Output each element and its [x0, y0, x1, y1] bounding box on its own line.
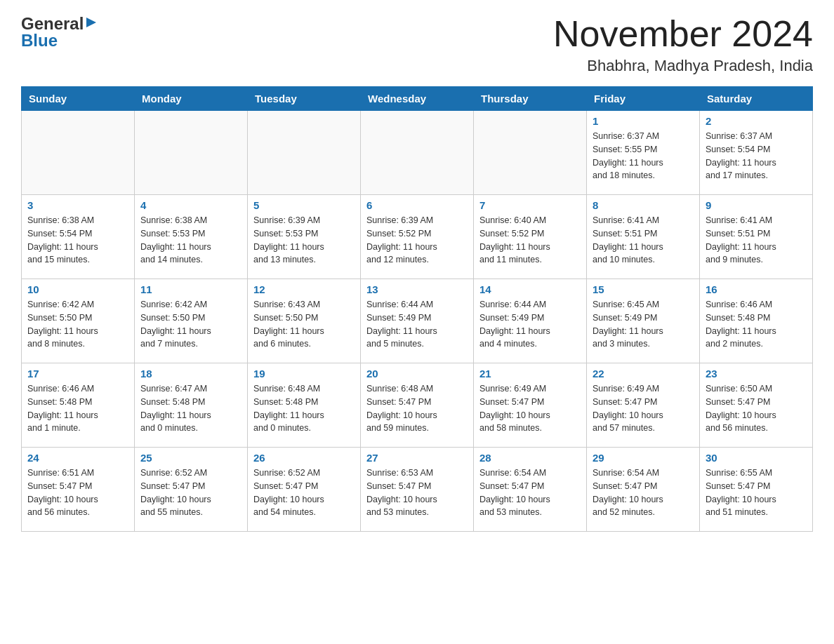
day-number: 9 — [706, 199, 807, 211]
column-header-saturday: Saturday — [700, 87, 813, 111]
logo: General Blue — [21, 14, 98, 51]
day-number: 27 — [366, 452, 468, 464]
location-title: Bhabhra, Madhya Pradesh, India — [553, 57, 813, 75]
calendar-cell — [22, 111, 135, 195]
title-block: November 2024 Bhabhra, Madhya Pradesh, I… — [553, 14, 813, 75]
day-info: Sunrise: 6:54 AM Sunset: 5:47 PM Dayligh… — [593, 467, 694, 519]
day-number: 23 — [706, 368, 807, 380]
day-number: 6 — [366, 199, 468, 211]
day-number: 14 — [479, 283, 581, 295]
page-header: General Blue November 2024 Bhabhra, Madh… — [21, 14, 813, 75]
calendar-cell: 26Sunrise: 6:52 AM Sunset: 5:47 PM Dayli… — [248, 448, 361, 532]
day-number: 1 — [593, 115, 694, 127]
calendar-cell: 8Sunrise: 6:41 AM Sunset: 5:51 PM Daylig… — [587, 195, 700, 279]
day-info: Sunrise: 6:37 AM Sunset: 5:55 PM Dayligh… — [593, 130, 694, 182]
column-header-sunday: Sunday — [22, 87, 135, 111]
day-number: 5 — [253, 199, 355, 211]
day-info: Sunrise: 6:53 AM Sunset: 5:47 PM Dayligh… — [366, 467, 468, 519]
day-number: 8 — [593, 199, 694, 211]
day-number: 29 — [593, 452, 694, 464]
day-number: 19 — [253, 368, 355, 380]
calendar-cell: 23Sunrise: 6:50 AM Sunset: 5:47 PM Dayli… — [700, 363, 813, 448]
day-number: 15 — [593, 283, 694, 295]
calendar-cell: 27Sunrise: 6:53 AM Sunset: 5:47 PM Dayli… — [361, 448, 474, 532]
day-number: 12 — [253, 283, 355, 295]
day-info: Sunrise: 6:43 AM Sunset: 5:50 PM Dayligh… — [253, 298, 355, 351]
calendar-week-5: 24Sunrise: 6:51 AM Sunset: 5:47 PM Dayli… — [22, 448, 813, 532]
calendar-cell: 17Sunrise: 6:46 AM Sunset: 5:48 PM Dayli… — [22, 363, 135, 448]
day-number: 4 — [140, 199, 241, 211]
month-title: November 2024 — [553, 14, 813, 54]
calendar-cell — [248, 111, 361, 195]
column-header-wednesday: Wednesday — [361, 87, 474, 111]
calendar-cell: 30Sunrise: 6:55 AM Sunset: 5:47 PM Dayli… — [700, 448, 813, 532]
day-info: Sunrise: 6:49 AM Sunset: 5:47 PM Dayligh… — [593, 382, 694, 435]
day-info: Sunrise: 6:52 AM Sunset: 5:47 PM Dayligh… — [140, 467, 241, 519]
calendar-table: SundayMondayTuesdayWednesdayThursdayFrid… — [21, 86, 813, 532]
column-header-friday: Friday — [587, 87, 700, 111]
day-number: 26 — [253, 452, 355, 464]
day-number: 2 — [706, 115, 807, 127]
day-info: Sunrise: 6:55 AM Sunset: 5:47 PM Dayligh… — [706, 467, 807, 519]
calendar-cell: 28Sunrise: 6:54 AM Sunset: 5:47 PM Dayli… — [474, 448, 587, 532]
calendar-cell: 12Sunrise: 6:43 AM Sunset: 5:50 PM Dayli… — [248, 279, 361, 363]
day-info: Sunrise: 6:48 AM Sunset: 5:47 PM Dayligh… — [366, 382, 468, 435]
day-info: Sunrise: 6:39 AM Sunset: 5:53 PM Dayligh… — [253, 214, 355, 267]
calendar-header-row: SundayMondayTuesdayWednesdayThursdayFrid… — [22, 87, 813, 111]
day-info: Sunrise: 6:38 AM Sunset: 5:54 PM Dayligh… — [27, 214, 128, 267]
day-info: Sunrise: 6:44 AM Sunset: 5:49 PM Dayligh… — [479, 298, 581, 351]
day-info: Sunrise: 6:52 AM Sunset: 5:47 PM Dayligh… — [253, 467, 355, 519]
day-info: Sunrise: 6:54 AM Sunset: 5:47 PM Dayligh… — [479, 467, 581, 519]
day-number: 16 — [706, 283, 807, 295]
calendar-cell: 3Sunrise: 6:38 AM Sunset: 5:54 PM Daylig… — [22, 195, 135, 279]
calendar-cell: 6Sunrise: 6:39 AM Sunset: 5:52 PM Daylig… — [361, 195, 474, 279]
calendar-cell: 21Sunrise: 6:49 AM Sunset: 5:47 PM Dayli… — [474, 363, 587, 448]
day-number: 7 — [479, 199, 581, 211]
day-info: Sunrise: 6:46 AM Sunset: 5:48 PM Dayligh… — [27, 382, 128, 435]
day-info: Sunrise: 6:39 AM Sunset: 5:52 PM Dayligh… — [366, 214, 468, 267]
logo-blue-text: Blue — [21, 31, 58, 51]
day-number: 28 — [479, 452, 581, 464]
day-info: Sunrise: 6:42 AM Sunset: 5:50 PM Dayligh… — [27, 298, 128, 351]
day-info: Sunrise: 6:46 AM Sunset: 5:48 PM Dayligh… — [706, 298, 807, 351]
calendar-cell — [474, 111, 587, 195]
day-info: Sunrise: 6:49 AM Sunset: 5:47 PM Dayligh… — [479, 382, 581, 435]
calendar-cell: 1Sunrise: 6:37 AM Sunset: 5:55 PM Daylig… — [587, 111, 700, 195]
svg-marker-0 — [86, 18, 96, 27]
column-header-tuesday: Tuesday — [248, 87, 361, 111]
calendar-cell: 13Sunrise: 6:44 AM Sunset: 5:49 PM Dayli… — [361, 279, 474, 363]
day-number: 13 — [366, 283, 468, 295]
calendar-cell: 20Sunrise: 6:48 AM Sunset: 5:47 PM Dayli… — [361, 363, 474, 448]
calendar-week-4: 17Sunrise: 6:46 AM Sunset: 5:48 PM Dayli… — [22, 363, 813, 448]
calendar-cell: 16Sunrise: 6:46 AM Sunset: 5:48 PM Dayli… — [700, 279, 813, 363]
calendar-cell — [361, 111, 474, 195]
day-info: Sunrise: 6:38 AM Sunset: 5:53 PM Dayligh… — [140, 214, 241, 267]
calendar-week-2: 3Sunrise: 6:38 AM Sunset: 5:54 PM Daylig… — [22, 195, 813, 279]
day-number: 11 — [140, 283, 241, 295]
day-info: Sunrise: 6:48 AM Sunset: 5:48 PM Dayligh… — [253, 382, 355, 435]
day-info: Sunrise: 6:51 AM Sunset: 5:47 PM Dayligh… — [27, 467, 128, 519]
column-header-monday: Monday — [135, 87, 248, 111]
calendar-cell: 9Sunrise: 6:41 AM Sunset: 5:51 PM Daylig… — [700, 195, 813, 279]
column-header-thursday: Thursday — [474, 87, 587, 111]
calendar-week-1: 1Sunrise: 6:37 AM Sunset: 5:55 PM Daylig… — [22, 111, 813, 195]
calendar-week-3: 10Sunrise: 6:42 AM Sunset: 5:50 PM Dayli… — [22, 279, 813, 363]
day-number: 25 — [140, 452, 241, 464]
calendar-cell: 29Sunrise: 6:54 AM Sunset: 5:47 PM Dayli… — [587, 448, 700, 532]
day-info: Sunrise: 6:37 AM Sunset: 5:54 PM Dayligh… — [706, 130, 807, 182]
calendar-cell: 18Sunrise: 6:47 AM Sunset: 5:48 PM Dayli… — [135, 363, 248, 448]
calendar-cell: 25Sunrise: 6:52 AM Sunset: 5:47 PM Dayli… — [135, 448, 248, 532]
day-number: 30 — [706, 452, 807, 464]
day-number: 3 — [27, 199, 128, 211]
day-info: Sunrise: 6:41 AM Sunset: 5:51 PM Dayligh… — [593, 214, 694, 267]
calendar-cell: 5Sunrise: 6:39 AM Sunset: 5:53 PM Daylig… — [248, 195, 361, 279]
day-info: Sunrise: 6:42 AM Sunset: 5:50 PM Dayligh… — [140, 298, 241, 351]
day-number: 21 — [479, 368, 581, 380]
day-number: 20 — [366, 368, 468, 380]
day-number: 22 — [593, 368, 694, 380]
day-info: Sunrise: 6:40 AM Sunset: 5:52 PM Dayligh… — [479, 214, 581, 267]
calendar-cell: 15Sunrise: 6:45 AM Sunset: 5:49 PM Dayli… — [587, 279, 700, 363]
calendar-cell: 2Sunrise: 6:37 AM Sunset: 5:54 PM Daylig… — [700, 111, 813, 195]
day-number: 24 — [27, 452, 128, 464]
calendar-cell: 4Sunrise: 6:38 AM Sunset: 5:53 PM Daylig… — [135, 195, 248, 279]
